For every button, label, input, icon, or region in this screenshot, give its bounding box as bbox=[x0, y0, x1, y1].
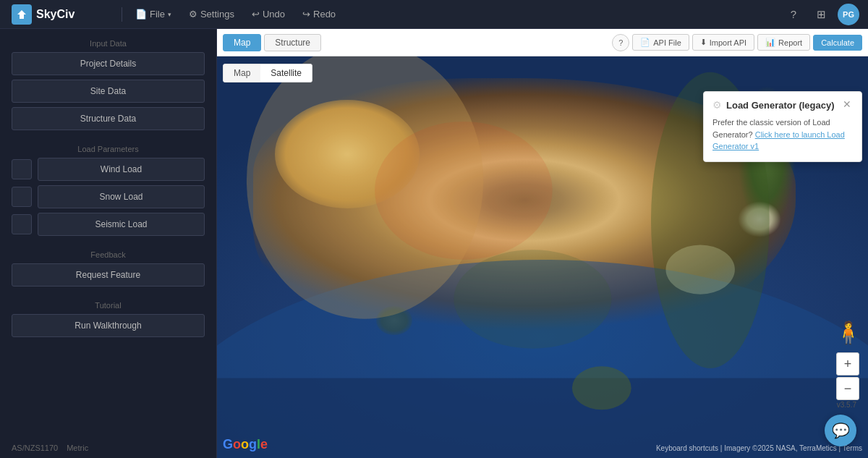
map-tab[interactable]: Map bbox=[223, 34, 261, 51]
wind-load-button[interactable]: Wind Load bbox=[38, 158, 205, 181]
structure-tab[interactable]: Structure bbox=[264, 34, 321, 51]
nav-menu: 📄 File ▾ ⚙ Settings ↩ Undo ↪ Redo bbox=[128, 6, 783, 22]
tutorial-section-label: Tutorial bbox=[12, 291, 205, 314]
map-view-toggle: Map Satellite bbox=[223, 64, 312, 82]
sidebar-footer: AS/NZS1170 Metric bbox=[12, 438, 205, 458]
top-navigation: SkyCiv 📄 File ▾ ⚙ Settings ↩ Undo ↪ Redo… bbox=[0, 0, 868, 29]
undo-icon: ↩ bbox=[252, 9, 260, 20]
map-toolbar: Map Structure ? 📄 API File ⬇ Import API … bbox=[217, 29, 868, 56]
logo-icon bbox=[12, 4, 32, 25]
load-parameters-section-label: Load Parameters bbox=[12, 135, 205, 158]
avatar[interactable]: PG bbox=[838, 4, 859, 25]
sidebar: Input Data Project Details Site Data Str… bbox=[0, 29, 217, 458]
request-feature-button[interactable]: Request Feature bbox=[12, 263, 205, 287]
report-icon: 📊 bbox=[765, 38, 775, 47]
seismic-load-button[interactable]: Seismic Load bbox=[38, 213, 205, 236]
snow-load-row: Snow Load bbox=[12, 185, 205, 208]
snow-load-checkbox[interactable] bbox=[12, 187, 32, 207]
popup-close-button[interactable]: ✕ bbox=[841, 99, 853, 109]
map-area: Map Structure ? 📄 API File ⬇ Import API … bbox=[217, 29, 868, 458]
load-generator-popup: ⚙ Load Generator (legacy) ✕ Prefer the c… bbox=[703, 91, 862, 162]
map-help-button[interactable]: ? bbox=[612, 34, 629, 51]
nav-divider bbox=[122, 7, 122, 22]
nav-settings[interactable]: ⚙ Settings bbox=[182, 6, 242, 22]
google-watermark: Google bbox=[223, 437, 268, 452]
logo-text: SkyCiv bbox=[36, 8, 75, 21]
nav-redo[interactable]: ↪ Redo bbox=[295, 6, 343, 22]
calculate-button[interactable]: Calculate bbox=[813, 35, 862, 51]
chat-widget[interactable]: 💬 bbox=[825, 415, 856, 446]
import-api-button[interactable]: ⬇ Import API bbox=[692, 34, 754, 51]
run-walkthrough-button[interactable]: Run Walkthrough bbox=[12, 314, 205, 337]
sidebar-footer-left: AS/NZS1170 Metric bbox=[12, 444, 88, 452]
map-background[interactable]: Google Keyboard shortcuts | Imagery ©202… bbox=[217, 56, 868, 458]
popup-body: Prefer the classic version of Load Gener… bbox=[712, 116, 853, 153]
tasmania bbox=[376, 306, 412, 335]
seismic-load-row: Seismic Load bbox=[12, 213, 205, 236]
zoom-out-button[interactable]: − bbox=[836, 377, 859, 400]
popup-link[interactable]: Click here to launch Load Generator v1 bbox=[712, 130, 845, 151]
popup-gear-icon: ⚙ bbox=[712, 99, 722, 111]
file-chevron-icon: ▾ bbox=[168, 11, 171, 18]
file-icon: 📄 bbox=[135, 9, 147, 20]
popup-title: Load Generator (legacy) bbox=[726, 100, 835, 111]
chat-icon: 💬 bbox=[832, 422, 850, 439]
feedback-section-label: Feedback bbox=[12, 240, 205, 263]
report-button[interactable]: 📊 Report bbox=[757, 34, 810, 51]
project-details-button[interactable]: Project Details bbox=[12, 52, 205, 75]
desert-center bbox=[275, 100, 420, 208]
import-icon: ⬇ bbox=[700, 38, 707, 47]
popup-header: ⚙ Load Generator (legacy) ✕ bbox=[712, 99, 853, 111]
zoom-in-button[interactable]: + bbox=[836, 352, 859, 376]
map-view-satellite-btn[interactable]: Satellite bbox=[260, 64, 312, 82]
version-label: v3.5.7 bbox=[837, 401, 856, 409]
zoom-controls: + − bbox=[836, 352, 859, 400]
unit-label: Metric bbox=[67, 444, 88, 452]
nav-undo[interactable]: ↩ Undo bbox=[244, 6, 292, 22]
api-file-button[interactable]: 📄 API File bbox=[632, 34, 689, 51]
apps-button[interactable]: ⊞ bbox=[810, 4, 832, 25]
main-content: Input Data Project Details Site Data Str… bbox=[0, 29, 868, 458]
seismic-load-checkbox[interactable] bbox=[12, 214, 32, 234]
nav-right: ? ⊞ PG bbox=[783, 4, 868, 25]
settings-icon: ⚙ bbox=[189, 9, 197, 20]
pegman[interactable]: 🧍 bbox=[836, 315, 859, 349]
pegman-icon: 🧍 bbox=[835, 320, 861, 345]
snowy-region bbox=[738, 201, 781, 237]
logo[interactable]: SkyCiv bbox=[0, 4, 116, 25]
help-icon: ? bbox=[791, 8, 796, 20]
apps-icon: ⊞ bbox=[817, 8, 826, 21]
wind-load-checkbox[interactable] bbox=[12, 159, 32, 179]
google-logo: Google bbox=[223, 437, 268, 452]
map-view-map-btn[interactable]: Map bbox=[224, 64, 260, 82]
redo-icon: ↪ bbox=[302, 9, 310, 20]
standard-label: AS/NZS1170 bbox=[12, 444, 58, 452]
help-button[interactable]: ? bbox=[783, 4, 804, 25]
map-copyright: Keyboard shortcuts | Imagery ©2025 NASA,… bbox=[656, 444, 862, 452]
api-file-icon: 📄 bbox=[640, 38, 650, 47]
site-data-button[interactable]: Site Data bbox=[12, 80, 205, 103]
snow-load-button[interactable]: Snow Load bbox=[38, 185, 205, 208]
structure-data-button[interactable]: Structure Data bbox=[12, 107, 205, 130]
input-data-section-label: Input Data bbox=[12, 29, 205, 52]
nav-file[interactable]: 📄 File ▾ bbox=[128, 6, 179, 22]
popup-title-row: ⚙ Load Generator (legacy) bbox=[712, 99, 835, 111]
wind-load-row: Wind Load bbox=[12, 158, 205, 181]
